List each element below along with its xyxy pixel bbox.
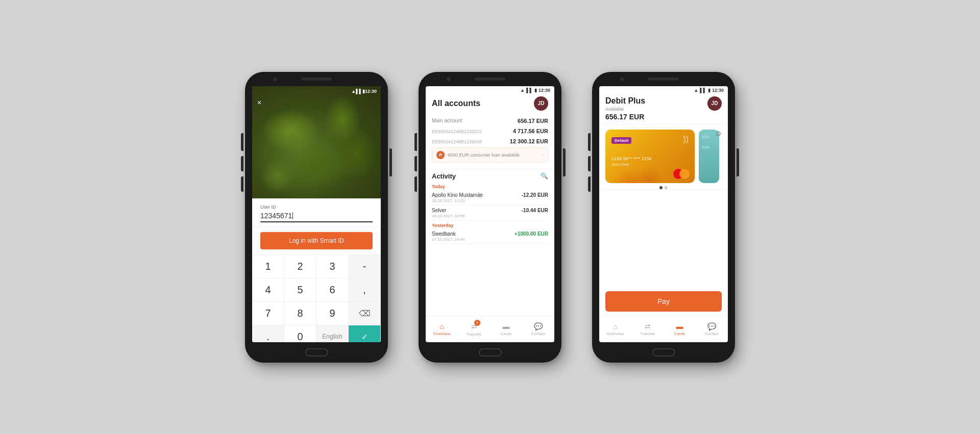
debit-title-group: Debit Plus Available 656.17 EUR (605, 96, 645, 121)
account-1-row[interactable]: EE999341248B1236222 4 717.56 EUR (432, 124, 548, 134)
nav-cards-2[interactable]: ▬ Cards (490, 322, 522, 336)
avatar-3[interactable]: JD (707, 96, 722, 111)
card-main[interactable]: Default )) 1234 56** **** 1234 John Doe (605, 130, 695, 183)
status-time-2: 12:30 (538, 88, 550, 93)
battery-icon-2: ▮ (534, 88, 537, 93)
status-time-3: 12:30 (712, 88, 724, 93)
search-icon[interactable]: 🔍 (541, 172, 548, 180)
cursor (292, 212, 293, 219)
pay-button[interactable]: Pay (605, 291, 722, 312)
numpad-3[interactable]: 3 (316, 255, 349, 278)
chevron-right-icon: › (542, 152, 544, 158)
numpad-8[interactable]: 8 (284, 302, 316, 325)
transaction-1[interactable]: Apollo Kino Mustamäe 18.10.2017, 11:22 -… (432, 190, 548, 206)
loan-icon: 🏠 (436, 151, 445, 159)
phone-2-status-bar: ▲ ▌▌ ▮ 12:30 (426, 86, 554, 93)
phone-3: ▲ ▌▌ ▮ 12:30 Debit Plus Available 656.17… (592, 72, 735, 363)
home-button-2[interactable] (479, 348, 502, 356)
home-button-3[interactable] (652, 348, 675, 356)
signal-icon-2: ▌▌ (526, 88, 533, 93)
home-button-1[interactable] (305, 348, 328, 356)
transaction-3-date: 17.10.2017, 16:44 (432, 237, 465, 242)
numpad-1[interactable]: 1 (252, 255, 284, 278)
phone-2-volume-up (414, 156, 417, 171)
numpad-confirm[interactable]: ✓ (349, 325, 381, 342)
numpad-backspace[interactable]: ⌫ (349, 302, 381, 325)
card-secondary-holder: John (699, 144, 719, 150)
bottom-nav-3: ⌂ Overview ⇄ Transfer ▬ Cards 💬 Contact (599, 316, 728, 342)
activity-header: Activity 🔍 (432, 169, 548, 182)
nav-overview-2[interactable]: ⌂ Overview (426, 322, 458, 336)
transaction-2-date: 18.10.2017, 10:58 (432, 214, 465, 218)
signal-icon-3: ▌▌ (700, 88, 706, 93)
nav-contact-label-2: Contact (531, 331, 546, 336)
cards-section: ⚙ Default )) 1234 56** **** 1234 John Do… (599, 124, 728, 189)
main-account-row[interactable]: Main account 656.17 EUR (432, 114, 548, 124)
leaves-background (252, 86, 381, 198)
dot-1 (659, 186, 663, 189)
signal-icon: ▌▌ (356, 89, 362, 94)
loan-banner[interactable]: 🏠 6000 EUR consumer loan available › (432, 147, 548, 163)
nav-overview-3[interactable]: ⌂ Overview (599, 322, 631, 336)
accounts-header: All accounts JD Main account 656.17 EUR … (426, 93, 554, 169)
phone-2-screen: ▲ ▌▌ ▮ 12:30 All accounts JD Main accoun… (426, 86, 554, 342)
status-time: 12:30 (365, 89, 377, 94)
nav-contact-3[interactable]: 💬 Contact (696, 322, 728, 336)
numpad-comma[interactable]: , (349, 278, 381, 302)
numpad-7[interactable]: 7 (252, 302, 284, 325)
transaction-2[interactable]: Selver 18.10.2017, 10:58 -10.44 EUR (432, 206, 548, 221)
phone-2-camera (447, 77, 451, 81)
phone-3-volume-up (588, 156, 591, 171)
phone-2-volume-down (414, 176, 417, 192)
numpad-0[interactable]: 0 (284, 325, 316, 342)
numpad-dash[interactable]: - (349, 255, 381, 278)
main-account-amount: 656.17 EUR (518, 118, 548, 124)
yesterday-label: Yesterday (432, 221, 548, 229)
account-2-row[interactable]: EE999341248B1236838 12 300.12 EUR (432, 134, 548, 144)
debit-available-label: Available (605, 107, 645, 112)
nav-cards-3[interactable]: ▬ Cards (664, 322, 696, 336)
user-id-input[interactable]: 12345671 (260, 212, 373, 222)
numpad-2[interactable]: 2 (284, 255, 316, 278)
transaction-1-amount: -12.20 EUR (522, 192, 548, 198)
accounts-title: All accounts (432, 99, 480, 108)
phone-3-speaker (648, 78, 679, 81)
phone-2-speaker (475, 78, 505, 81)
numpad-9[interactable]: 9 (316, 302, 349, 325)
nav-transfer-2[interactable]: ⇄ 3 Transfer (458, 322, 490, 337)
numpad-english[interactable]: English (316, 325, 349, 342)
avatar-2[interactable]: JD (534, 96, 548, 111)
account-2-amount: 12 300.12 EUR (510, 138, 548, 144)
smart-id-button[interactable]: Log in with Smart ID (260, 232, 373, 249)
activity-section: Activity 🔍 Today Apollo Kino Mustamäe 18… (426, 169, 554, 316)
gear-icon[interactable]: ⚙ (715, 130, 722, 138)
wifi-icon-3: ▲ (694, 88, 698, 93)
nav-contact-label-3: Contact (705, 331, 719, 336)
phone-1-screen: ▲ ▌▌ ▮ 12:30 × User ID 12345671 (252, 86, 381, 342)
home-icon-2: ⌂ (439, 322, 444, 330)
dot-2 (665, 186, 668, 189)
bottom-nav-2: ⌂ Overview ⇄ 3 Transfer ▬ Cards (426, 316, 554, 342)
login-area: User ID 12345671 Log in with Smart ID 1 … (252, 198, 381, 342)
numpad-4[interactable]: 4 (252, 278, 284, 302)
nav-contact-2[interactable]: 💬 Contact (522, 322, 554, 336)
transaction-3[interactable]: Swedbank 17.10.2017, 16:44 +1000.00 EUR (432, 229, 548, 244)
phone-1-status-bar: ▲ ▌▌ ▮ 12:30 (252, 86, 381, 96)
numpad-6[interactable]: 6 (316, 278, 349, 302)
phone-2: ▲ ▌▌ ▮ 12:30 All accounts JD Main accoun… (419, 72, 561, 363)
phone-3-screen: ▲ ▌▌ ▮ 12:30 Debit Plus Available 656.17… (599, 86, 728, 342)
nav-transfer-3[interactable]: ⇄ Transfer (631, 322, 664, 336)
phone-3-volume-down (588, 176, 591, 192)
today-label: Today (432, 182, 548, 190)
mc-yellow-circle (679, 169, 690, 179)
close-button[interactable]: × (257, 98, 261, 107)
phone-1-bottom (305, 342, 328, 363)
numpad-dot[interactable]: . (252, 325, 284, 342)
numpad-5[interactable]: 5 (284, 278, 316, 302)
debit-title-row: Debit Plus Available 656.17 EUR JD (605, 96, 722, 121)
accounts-title-row: All accounts JD (432, 96, 548, 111)
phone-2-top (419, 72, 561, 86)
phone-3-status-bar: ▲ ▌▌ ▮ 12:30 (599, 86, 728, 93)
transfer-badge: 3 (474, 320, 480, 326)
transaction-1-name: Apollo Kino Mustamäe (432, 192, 483, 198)
